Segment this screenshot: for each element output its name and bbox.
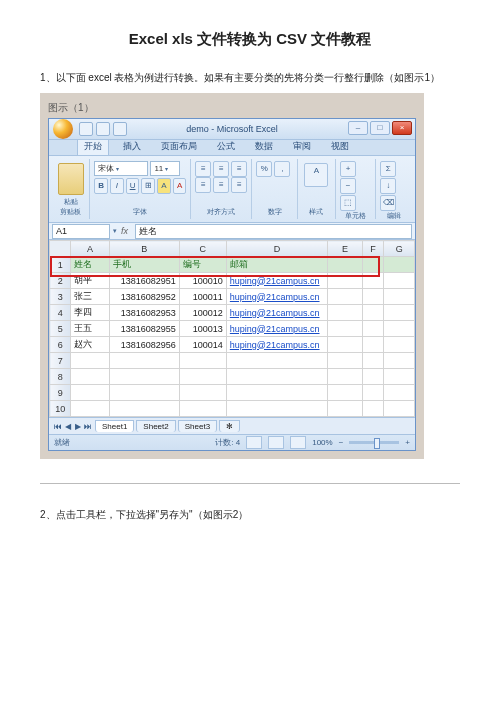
cell[interactable] (71, 385, 109, 401)
cell[interactable] (179, 401, 226, 417)
col-header-a[interactable]: A (71, 241, 109, 257)
office-button[interactable] (53, 119, 73, 139)
header-cell-email[interactable]: 邮箱 (226, 257, 327, 273)
cell[interactable]: 13816082955 (109, 321, 179, 337)
cell[interactable] (328, 289, 363, 305)
cell[interactable] (71, 369, 109, 385)
cell[interactable] (109, 369, 179, 385)
font-size-combo[interactable]: 11 (150, 161, 180, 176)
header-cell-id[interactable]: 编号 (179, 257, 226, 273)
font-color-button[interactable]: A (173, 178, 187, 194)
cell[interactable] (384, 257, 415, 273)
cell[interactable] (362, 369, 384, 385)
align-bot-icon[interactable]: ≡ (231, 161, 247, 177)
fill-color-button[interactable]: A (157, 178, 171, 194)
cell[interactable] (384, 369, 415, 385)
cell[interactable] (328, 337, 363, 353)
cell[interactable] (362, 385, 384, 401)
insert-cell-icon[interactable]: + (340, 161, 356, 177)
qat-save-icon[interactable] (79, 122, 93, 136)
select-all-corner[interactable] (50, 241, 71, 257)
cell[interactable]: 13816082956 (109, 337, 179, 353)
col-header-g[interactable]: G (384, 241, 415, 257)
maximize-button[interactable]: □ (370, 121, 390, 135)
clear-icon[interactable]: ⌫ (380, 195, 396, 211)
cell[interactable] (384, 273, 415, 289)
cell[interactable]: 张三 (71, 289, 109, 305)
border-button[interactable]: ⊞ (141, 178, 155, 194)
cell[interactable]: 赵六 (71, 337, 109, 353)
fx-icon[interactable]: fx (121, 226, 128, 236)
font-name-combo[interactable]: 宋体 (94, 161, 148, 176)
row-header[interactable]: 10 (50, 401, 71, 417)
zoom-out-icon[interactable]: − (339, 438, 344, 447)
cell[interactable]: 13816082952 (109, 289, 179, 305)
name-box[interactable]: A1 (52, 224, 110, 239)
cell[interactable] (384, 305, 415, 321)
cell[interactable] (362, 321, 384, 337)
cell[interactable] (328, 273, 363, 289)
comma-icon[interactable]: , (274, 161, 290, 177)
cell[interactable] (362, 273, 384, 289)
cell[interactable] (362, 337, 384, 353)
cell[interactable] (328, 257, 363, 273)
cell[interactable] (362, 353, 384, 369)
cell[interactable] (362, 401, 384, 417)
cell[interactable]: huping@21campus.cn (226, 321, 327, 337)
col-header-e[interactable]: E (328, 241, 363, 257)
cell[interactable] (226, 353, 327, 369)
cell[interactable] (226, 369, 327, 385)
cell[interactable] (362, 257, 384, 273)
align-left-icon[interactable]: ≡ (195, 177, 211, 193)
cell[interactable]: 100013 (179, 321, 226, 337)
col-header-f[interactable]: F (362, 241, 384, 257)
formula-bar[interactable]: 姓名 (135, 224, 412, 239)
row-header[interactable]: 9 (50, 385, 71, 401)
cell[interactable] (109, 401, 179, 417)
cell[interactable] (109, 385, 179, 401)
cell[interactable] (328, 369, 363, 385)
view-layout-icon[interactable] (268, 436, 284, 449)
fill-icon[interactable]: ↓ (380, 178, 396, 194)
styles-button[interactable]: A (304, 163, 328, 187)
cell[interactable] (328, 401, 363, 417)
cell[interactable] (384, 385, 415, 401)
row-header[interactable]: 3 (50, 289, 71, 305)
cell[interactable] (328, 385, 363, 401)
row-header[interactable]: 8 (50, 369, 71, 385)
zoom-slider[interactable] (349, 441, 399, 444)
italic-button[interactable]: I (110, 178, 124, 194)
underline-button[interactable]: U (126, 178, 140, 194)
qat-redo-icon[interactable] (113, 122, 127, 136)
sheet-tab-1[interactable]: Sheet1 (95, 420, 134, 432)
cell[interactable]: 100014 (179, 337, 226, 353)
cell[interactable] (226, 401, 327, 417)
align-top-icon[interactable]: ≡ (195, 161, 211, 177)
cell[interactable]: 王五 (71, 321, 109, 337)
qat-undo-icon[interactable] (96, 122, 110, 136)
cell[interactable] (179, 385, 226, 401)
cell[interactable]: 100012 (179, 305, 226, 321)
namebox-dropdown-icon[interactable]: ▾ (113, 227, 117, 235)
new-sheet-button[interactable]: ✻ (219, 420, 240, 432)
cell[interactable]: 13816082953 (109, 305, 179, 321)
quick-access-toolbar[interactable] (79, 122, 127, 136)
row-header[interactable]: 6 (50, 337, 71, 353)
cell[interactable]: huping@21campus.cn (226, 289, 327, 305)
close-button[interactable]: × (392, 121, 412, 135)
col-header-c[interactable]: C (179, 241, 226, 257)
cell[interactable] (328, 321, 363, 337)
cell[interactable] (71, 401, 109, 417)
cell[interactable] (362, 305, 384, 321)
cell[interactable]: 胡平 (71, 273, 109, 289)
number-format-icon[interactable]: % (256, 161, 272, 177)
cell[interactable] (71, 353, 109, 369)
row-header[interactable]: 5 (50, 321, 71, 337)
col-header-b[interactable]: B (109, 241, 179, 257)
cell[interactable] (384, 401, 415, 417)
cell[interactable] (384, 337, 415, 353)
row-header[interactable]: 2 (50, 273, 71, 289)
cell[interactable] (179, 353, 226, 369)
minimize-button[interactable]: – (348, 121, 368, 135)
row-header[interactable]: 7 (50, 353, 71, 369)
